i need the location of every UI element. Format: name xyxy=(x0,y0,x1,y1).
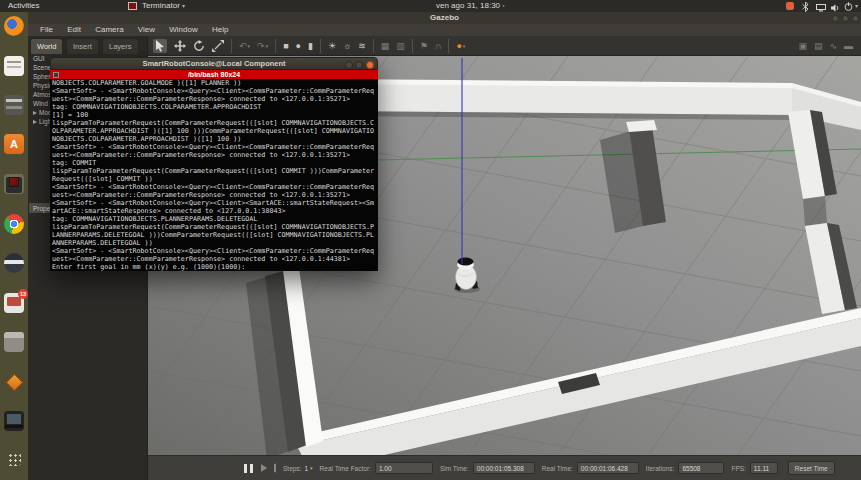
select-arrow-icon xyxy=(155,40,165,52)
joint-creation-button[interactable]: ● xyxy=(456,37,461,55)
reset-time-button[interactable]: Reset Time xyxy=(788,461,835,475)
terminal-line: OLPARAMETER.APPROACHDIST )([1] 100 )))Co… xyxy=(52,127,378,135)
terminal-output[interactable]: NOBJECTS.COLPARAMETER.GOALMODE )([1] PLA… xyxy=(50,79,378,271)
dock-app-a-icon[interactable]: A xyxy=(4,134,24,154)
log-record-icon[interactable]: ▤ xyxy=(814,37,823,55)
iterations-label: Iterations: xyxy=(646,465,675,472)
snap-button[interactable]: ∩ xyxy=(435,37,441,55)
undo-history-caret[interactable]: ▾ xyxy=(248,37,251,55)
dock-gazebo-icon[interactable] xyxy=(4,372,24,392)
insert-cylinder-button[interactable]: ▮ xyxy=(308,37,313,55)
redo-button[interactable]: ↷ xyxy=(257,37,265,55)
tab-layers[interactable]: Layers xyxy=(102,38,139,54)
expand-arrow-icon[interactable] xyxy=(33,120,37,124)
steps-caret-icon[interactable]: ▾ xyxy=(310,465,313,471)
dock-files-icon[interactable] xyxy=(4,332,24,352)
volume-icon[interactable] xyxy=(831,2,840,14)
bluetooth-icon[interactable] xyxy=(802,1,809,13)
window-maximize-button[interactable] xyxy=(842,15,849,22)
rotate-icon xyxy=(193,40,205,52)
system-menu-caret-icon[interactable]: ▾ xyxy=(855,0,858,12)
dock-toolcase-icon[interactable] xyxy=(4,95,24,115)
menu-file[interactable]: File xyxy=(40,25,53,34)
rotate-tool-button[interactable] xyxy=(193,40,205,52)
dock-app-white-icon[interactable] xyxy=(4,56,24,76)
real-time-value-field: 00:00:01:06.428 xyxy=(577,462,639,474)
window-minimize-button[interactable] xyxy=(832,15,839,22)
pause-button[interactable] xyxy=(244,464,253,473)
scale-tool-button[interactable] xyxy=(212,40,224,52)
toolbar-separator xyxy=(275,39,276,53)
simulation-status-bar: Steps: 1 ▾ Real Time Factor: 1.00 Sim Ti… xyxy=(148,455,861,480)
terminal-line: lispParamToParameterRequest(CommParamete… xyxy=(52,167,378,175)
activities-button[interactable]: Activities xyxy=(8,0,40,12)
gazebo-window-title: Gazebo xyxy=(430,13,459,22)
select-tool-button[interactable] xyxy=(153,39,167,53)
translate-tool-button[interactable] xyxy=(174,40,186,52)
recording-indicator[interactable] xyxy=(786,2,794,10)
align-button[interactable]: ⚑ xyxy=(420,37,428,55)
undo-button[interactable]: ↶ xyxy=(239,37,247,55)
terminal-line: [1] = 100 xyxy=(52,111,378,119)
dock-striped-circle-icon[interactable] xyxy=(4,253,24,273)
plot-icon[interactable]: ∿ xyxy=(829,37,837,55)
terminal-tab-title: /bin/bash 80x24 xyxy=(188,71,240,78)
terminal-line: <SmartSoft> - <SmartRobotConsole><Query>… xyxy=(52,183,378,191)
paste-button[interactable]: ▥ xyxy=(396,37,405,55)
copy-button[interactable]: ▦ xyxy=(381,37,390,55)
terminator-window[interactable]: SmartRobotConsole@Local Component /bin/b… xyxy=(50,57,378,271)
terminal-line: <SmartSoft> - <SmartRobotConsole><Query>… xyxy=(52,247,378,255)
fps-value-field: 11.11 xyxy=(750,462,778,474)
fps-label: FPS: xyxy=(731,465,745,472)
tab-world[interactable]: World xyxy=(30,38,63,54)
point-light-button[interactable]: ☀ xyxy=(328,37,336,55)
toolbar-separator xyxy=(448,39,449,53)
notification-dot: ● xyxy=(502,3,504,8)
insert-box-button[interactable]: ■ xyxy=(283,37,288,55)
terminal-line: uest><CommParameter::CommParameterRespon… xyxy=(52,151,378,159)
terminal-grip-icon xyxy=(53,72,59,78)
screenshot-icon[interactable]: ▣ xyxy=(798,37,807,55)
focused-app-menu[interactable]: Terminator ▾ xyxy=(142,0,185,12)
menu-camera[interactable]: Camera xyxy=(95,25,123,34)
gazebo-toolbar: ↶ ▾ ↷ ▾ ■ ● ▮ ☀ ☼ ≋ ▦ ▥ ⚑ ∩ ● ▾ ▣ ▤ ∿ ▬ xyxy=(148,36,861,56)
network-icon[interactable] xyxy=(816,2,826,14)
terminal-tab-bar[interactable]: /bin/bash 80x24 xyxy=(50,70,378,79)
joint-caret[interactable]: ▾ xyxy=(463,37,466,55)
gazebo-window-titlebar[interactable]: Gazebo xyxy=(28,12,861,24)
spot-light-button[interactable]: ☼ xyxy=(343,37,351,55)
redo-history-caret[interactable]: ▾ xyxy=(266,37,269,55)
power-icon[interactable] xyxy=(844,1,853,13)
terminal-line: artACE::smartStateResponse> connected to… xyxy=(52,207,378,215)
dock-badged-app-icon[interactable]: 13 xyxy=(4,293,24,313)
menu-edit[interactable]: Edit xyxy=(67,25,81,34)
show-applications-icon[interactable] xyxy=(7,452,21,466)
dock-chrome-icon[interactable] xyxy=(4,214,24,234)
menu-help[interactable]: Help xyxy=(212,25,228,34)
directional-light-button[interactable]: ≋ xyxy=(358,37,366,55)
terminal-minimize-button[interactable] xyxy=(345,61,353,69)
terminator-app-icon xyxy=(128,2,137,10)
terminal-line: uest><CommParameter::CommParameterRespon… xyxy=(52,95,378,103)
expand-arrow-icon[interactable] xyxy=(33,111,37,115)
window-close-button[interactable] xyxy=(852,15,859,22)
terminal-titlebar[interactable]: SmartRobotConsole@Local Component xyxy=(50,57,378,70)
terminal-maximize-button[interactable] xyxy=(355,61,363,69)
video-record-icon[interactable]: ▬ xyxy=(844,37,853,55)
tab-insert[interactable]: Insert xyxy=(66,38,99,54)
steps-value[interactable]: 1 xyxy=(304,465,308,472)
terminal-close-button[interactable] xyxy=(366,61,374,69)
menu-view[interactable]: View xyxy=(138,25,155,34)
toolbar-separator xyxy=(412,39,413,53)
terminal-line: tag: COMMNAVIGATIONOBJECTS.PLANNERPARAMS… xyxy=(52,215,378,223)
dock-firefox-icon[interactable] xyxy=(4,16,24,36)
rtf-label: Real Time Factor: xyxy=(320,465,371,472)
terminal-line: tag: COMMIT xyxy=(52,159,378,167)
step-button[interactable] xyxy=(261,464,267,472)
clock-button[interactable]: ven ago 31, 18:30 ● xyxy=(436,0,505,12)
dock-terminator-icon-selected[interactable] xyxy=(4,174,24,194)
dock-laptop-icon[interactable] xyxy=(4,411,24,431)
translate-icon xyxy=(174,40,186,52)
insert-sphere-button[interactable]: ● xyxy=(296,37,301,55)
menu-window[interactable]: Window xyxy=(169,25,197,34)
